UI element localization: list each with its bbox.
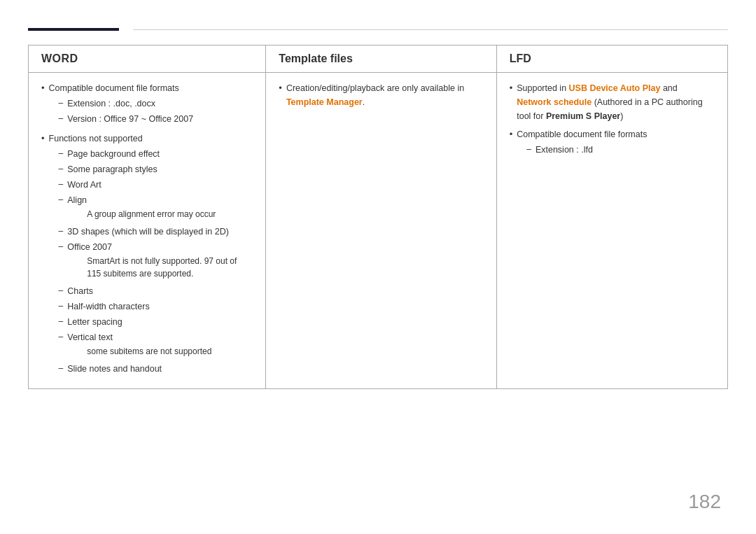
- word-subitem-align: – Align A group alignment error may occu…: [49, 193, 253, 223]
- word-verticaltext-note: some subitems are not supported: [67, 345, 211, 358]
- lfd-item-compatible: • Compatible document file formats – Ext…: [510, 127, 715, 158]
- word-subitem-letterspacing: – Letter spacing: [49, 315, 253, 329]
- template-main-list: • Creation/editing/playback are only ava…: [279, 81, 483, 109]
- table-header-row: WORD Template files LFD: [29, 45, 727, 73]
- lfd-item-supported: • Supported in USB Device Auto Play and …: [510, 81, 715, 123]
- lfd-column-body: • Supported in USB Device Auto Play and …: [497, 73, 727, 388]
- top-bar-line: [133, 29, 728, 30]
- word-subitem-wordart: – Word Art: [49, 178, 253, 192]
- top-bar: [28, 28, 728, 31]
- main-table: WORD Template files LFD • Compatible doc…: [28, 45, 728, 389]
- template-item-creation: • Creation/editing/playback are only ava…: [279, 81, 483, 109]
- word-subitem-paragraph: – Some paragraph styles: [49, 162, 253, 176]
- page-number: 182: [688, 491, 721, 513]
- table-body-row: • Compatible document file formats – Ext…: [29, 73, 727, 388]
- word-subitem-charts: – Charts: [49, 284, 253, 298]
- header-lfd: LFD: [497, 45, 727, 72]
- word-item-compatible: • Compatible document file formats – Ext…: [41, 81, 253, 127]
- word-subitem-version: – Version : Office 97 ~ Office 2007: [49, 112, 194, 126]
- word-subitem-halfwidth: – Half-width characters: [49, 300, 253, 314]
- page-container: WORD Template files LFD • Compatible doc…: [0, 0, 756, 534]
- word-subitem-slidenotes: – Slide notes and handout: [49, 362, 253, 376]
- header-word: WORD: [29, 45, 266, 72]
- word-subitem-office2007: – Office 2007 SmartArt is not fully supp…: [49, 240, 253, 283]
- word-main-list: • Compatible document file formats – Ext…: [41, 81, 253, 377]
- header-template: Template files: [266, 45, 496, 72]
- lfd-main-list: • Supported in USB Device Auto Play and …: [510, 81, 715, 158]
- lfd-subitem-extension: – Extension : .lfd: [517, 143, 647, 157]
- template-column-body: • Creation/editing/playback are only ava…: [266, 73, 496, 388]
- word-office2007-note: SmartArt is not fully supported. 97 out …: [67, 255, 253, 280]
- word-subitem-doc: – Extension : .doc, .docx: [49, 97, 194, 111]
- word-subitem-verticaltext: – Vertical text some subitems are not su…: [49, 330, 253, 360]
- top-bar-accent: [28, 28, 119, 31]
- word-column-body: • Compatible document file formats – Ext…: [29, 73, 266, 388]
- word-item-functions: • Functions not supported – Page backgro…: [41, 132, 253, 377]
- word-subitem-page-bg: – Page background effect: [49, 147, 253, 161]
- word-subitem-3d: – 3D shapes (which will be displayed in …: [49, 225, 253, 239]
- word-align-note: A group alignment error may occur: [67, 208, 216, 220]
